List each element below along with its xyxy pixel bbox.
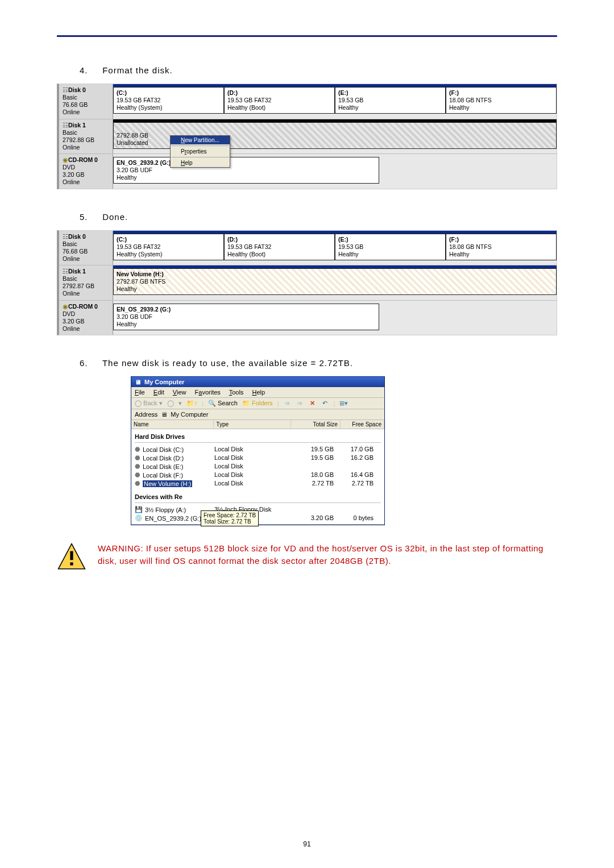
col-type[interactable]: Type (214, 420, 291, 429)
window-title: My Computer (144, 379, 184, 385)
disk-icon: ⬣ (135, 463, 140, 470)
warning-icon (57, 542, 86, 572)
page-number: 91 (0, 840, 614, 848)
partition-g[interactable]: EN_OS_2939.2 (G:)3.20 GB UDFHealthy (113, 157, 379, 184)
svg-rect-1 (70, 551, 73, 560)
col-size[interactable]: Total Size (291, 420, 341, 429)
menu-new-partition[interactable]: NNew Partition...ew Partition... (171, 136, 230, 144)
group-hdd: Hard Disk Drives (135, 431, 381, 443)
group-removable: Devices with Re (135, 491, 381, 503)
disk0-info: ☷Disk 0 Basic76.68 GBOnline (59, 231, 113, 265)
disk1-info: ☷Disk 1 Basic2792.87 GBOnline (59, 265, 113, 300)
drive-row[interactable]: ⬣Local Disk (C:)Local Disk19.5 GB17.0 GB (135, 445, 381, 454)
partition-e[interactable]: (E:)19.53 GBHealthy (335, 234, 446, 260)
disk-icon: ☷ (63, 233, 68, 240)
address-value[interactable]: My Computer (171, 411, 381, 418)
menu-bar: File Edit View Favorites Tools Help (131, 387, 384, 398)
toolbar: ◯ Back ▾ ◯ ▾ 📁↑ | 🔍 Search 📁 Folders | ➩… (131, 398, 384, 409)
disk-icon: ☷ (63, 268, 68, 275)
partition-e[interactable]: (E:)19.53 GBHealthy (335, 87, 446, 114)
menu-help[interactable]: Help (252, 389, 265, 396)
up-button[interactable]: 📁↑ (186, 400, 198, 407)
cdrom-icon: ◉ (63, 156, 68, 163)
cdrom-icon: ◉ (63, 303, 68, 310)
partition-f[interactable]: (F:)18.08 GB NTFSHealthy (446, 87, 557, 114)
address-label: Address (135, 411, 157, 418)
step-num: 6. (80, 358, 99, 368)
title-bar: 🖥 My Computer (131, 377, 384, 387)
menu-properties[interactable]: Properties (171, 147, 230, 156)
context-menu: NNew Partition...ew Partition... Propert… (170, 135, 230, 168)
step-4: 4. Format the disk. (80, 65, 557, 75)
views-icon[interactable]: ⊞▾ (339, 400, 347, 407)
cdrom-info: ◉CD-ROM 0 DVD3.20 GBOnline (59, 154, 113, 189)
folders-button[interactable]: 📁 Folders (242, 400, 273, 407)
menu-file[interactable]: File (135, 389, 145, 396)
cdrom-info: ◉CD-ROM 0 DVD3.20 GBOnline (59, 301, 113, 335)
partition-d[interactable]: (D:)19.53 GB FAT32Healthy (Boot) (224, 87, 335, 114)
partition-d[interactable]: (D:)19.53 GB FAT32Healthy (Boot) (224, 234, 335, 260)
menu-tools[interactable]: Tools (229, 389, 244, 396)
svg-rect-2 (70, 562, 73, 565)
step-6: 6. The new disk is ready to use, the ava… (80, 358, 557, 368)
col-free[interactable]: Free Space (341, 420, 384, 429)
drive-row[interactable]: ⬣Local Disk (E:)Local Disk (135, 462, 381, 471)
warning-block: WARNING: If user setups 512B block size … (57, 542, 557, 572)
disk-mgmt-2: ☷Disk 0 Basic76.68 GBOnline (C:)19.53 GB… (57, 230, 557, 336)
disk0-info: ☷Disk 0 Basic76.68 GBOnline (59, 84, 113, 119)
explorer-window: 🖥 My Computer File Edit View Favorites T… (131, 376, 385, 525)
warning-text: WARNING: If user setups 512B block size … (98, 542, 557, 567)
computer-icon: 🖥 (135, 379, 141, 385)
disk-mgmt-1: ☷Disk 0 Basic76.68 GBOnline (C:)19.53 GB… (57, 84, 557, 189)
disk-icon: ⬣ (135, 471, 140, 479)
menu-help[interactable]: Help (171, 159, 230, 167)
partition-h[interactable]: New Volume (H:)2792.87 GB NTFSHealthy (113, 268, 557, 295)
step-num: 5. (80, 212, 99, 222)
step-5: 5. Done. (80, 212, 557, 222)
cd-icon: 💿 (135, 514, 143, 522)
column-headers: Name Type Total Size Free Space (131, 420, 384, 429)
undo-icon[interactable]: ↶ (321, 400, 329, 407)
step-text: The new disk is ready to use, the availa… (102, 358, 353, 368)
search-button[interactable]: 🔍 Search (208, 400, 238, 407)
drive-row[interactable]: ⬣Local Disk (F:)Local Disk18.0 GB16.4 GB (135, 471, 381, 479)
moveto-icon[interactable]: ➩ (283, 400, 291, 407)
disk-icon: ☷ (63, 86, 68, 93)
disk1-info: ☷Disk 1 Basic2792.88 GBOnline (59, 119, 113, 154)
disk-icon: ☷ (63, 122, 68, 128)
drive-row[interactable]: ⬣Local Disk (D:)Local Disk19.5 GB16.2 GB (135, 454, 381, 462)
partition-f[interactable]: (F:)18.08 GB NTFSHealthy (446, 234, 557, 260)
menu-view[interactable]: View (173, 389, 186, 396)
disk-icon: ⬣ (135, 446, 140, 453)
col-name[interactable]: Name (131, 420, 214, 429)
step-num: 4. (80, 65, 99, 75)
step-text: Done. (102, 212, 128, 222)
back-button[interactable]: ◯ Back ▾ (135, 400, 163, 407)
tooltip: Free Space: 2.72 TBTotal Size: 2.72 TB (201, 510, 259, 526)
disk-icon: ⬣ (135, 480, 140, 487)
menu-favorites[interactable]: Favorites (195, 389, 221, 396)
partition-c[interactable]: (C:)19.53 GB FAT32Healthy (System) (113, 234, 224, 260)
menu-edit[interactable]: Edit (154, 389, 164, 396)
partition-g[interactable]: EN_OS_2939.2 (G:)3.20 GB UDFHealthy (113, 304, 379, 330)
disk-icon: ⬣ (135, 454, 140, 462)
drive-row-selected[interactable]: ⬣New Volume (H:)Local Disk2.72 TB2.72 TB (135, 479, 381, 488)
forward-button[interactable]: ◯ (167, 400, 174, 407)
step-text: Format the disk. (102, 65, 173, 75)
floppy-icon: 💾 (135, 506, 143, 513)
partition-c[interactable]: (C:)19.53 GB FAT32Healthy (System) (113, 87, 224, 114)
delete-icon[interactable]: ✕ (308, 400, 316, 407)
address-bar: Address 🖥 My Computer (131, 409, 384, 420)
computer-icon: 🖥 (161, 411, 167, 418)
copyto-icon[interactable]: ➩ (296, 400, 304, 407)
